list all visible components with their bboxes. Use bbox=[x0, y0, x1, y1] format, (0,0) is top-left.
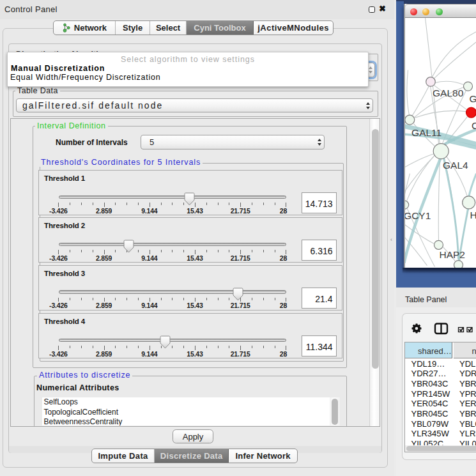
svg-text:GAL80: GAL80 bbox=[433, 88, 464, 98]
svg-text:GAL11: GAL11 bbox=[411, 127, 441, 138]
svg-text:HAP2: HAP2 bbox=[439, 249, 465, 260]
svg-text:H: H bbox=[470, 210, 476, 220]
svg-text:GCY1: GCY1 bbox=[405, 210, 431, 221]
svg-text:C: C bbox=[472, 120, 476, 131]
svg-text:GA: GA bbox=[469, 93, 476, 104]
svg-text:GAL4: GAL4 bbox=[443, 160, 468, 171]
